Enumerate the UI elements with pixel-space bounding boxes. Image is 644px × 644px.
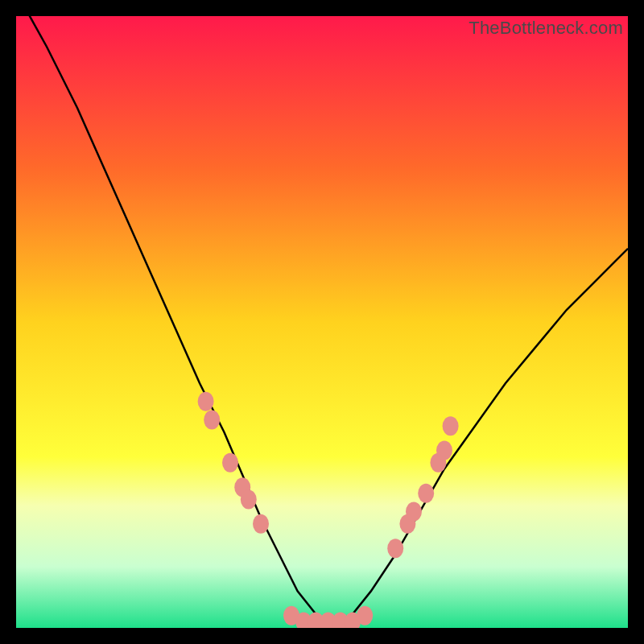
marker-point: [436, 441, 452, 460]
gradient-background: [16, 16, 628, 628]
marker-point: [418, 484, 434, 503]
marker-point: [253, 514, 269, 534]
chart-frame: TheBottleneck.com: [16, 16, 628, 628]
watermark-text: TheBottleneck.com: [469, 18, 623, 39]
bottleneck-chart: [16, 16, 628, 628]
marker-point: [198, 392, 214, 411]
marker-point: [443, 416, 459, 436]
marker-point: [222, 453, 238, 473]
marker-point: [357, 606, 373, 625]
marker-point: [204, 411, 220, 430]
marker-point: [387, 539, 403, 558]
marker-point: [406, 502, 422, 522]
marker-point: [241, 489, 257, 509]
